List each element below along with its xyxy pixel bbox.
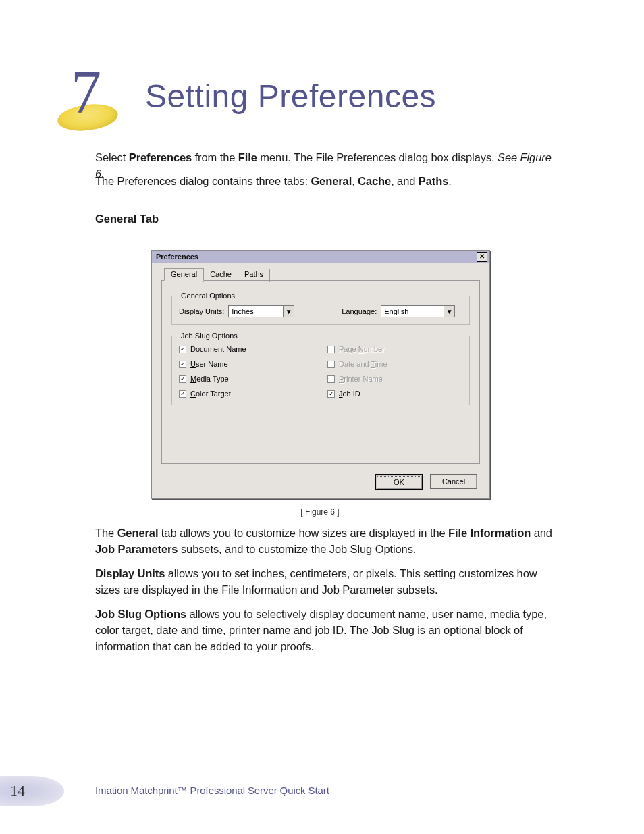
checkbox-media-type[interactable]: ✓ Media Type [179,375,314,383]
dialog-button-row: OK Cancel [152,474,489,498]
display-units-value: Inches [229,306,283,317]
checkbox-job-id[interactable]: ✓ Job ID [327,390,462,398]
language-dropdown[interactable]: English ▼ [381,305,455,317]
general-options-group: General Options Display Units: Inches ▼ … [171,292,470,325]
close-icon: ✕ [479,253,485,260]
tabs-row: General Cache Paths [152,263,489,281]
page-number: 14 [10,782,25,800]
checkbox-color-target[interactable]: ✓ Color Target [179,390,314,398]
checkbox-date-time[interactable]: Date and Time [327,360,462,368]
checkbox-page-number[interactable]: Page Number [327,345,462,353]
checkbox-box: ✓ [179,361,186,368]
ok-button[interactable]: OK [375,474,423,490]
display-units-label: Display Units: [179,307,224,315]
footer-text: Imation Matchprint™ Professional Server … [95,785,329,796]
language-value: English [381,306,444,317]
tab-general[interactable]: General [164,268,204,281]
checkbox-box: ✓ [327,390,335,398]
checkbox-user-name[interactable]: ✓ User Name [179,360,314,368]
language-label: Language: [342,307,377,315]
checkbox-box [327,361,335,368]
display-units-dropdown[interactable]: Inches ▼ [228,305,294,317]
chapter-title: Setting Preferences [145,78,436,115]
titlebar: Preferences ✕ [152,251,489,263]
general-tab-heading: General Tab [95,213,159,226]
preferences-dialog-figure: Preferences ✕ General Cache Paths Genera… [151,250,489,517]
checkbox-box: ✓ [179,346,186,353]
checkbox-box [327,346,335,353]
figure-caption: [ Figure 6 ] [151,507,489,517]
checkbox-box: ✓ [179,390,186,398]
close-button[interactable]: ✕ [477,252,487,262]
body-paragraph-5: Job Slug Options allows you to selective… [95,606,553,655]
chapter-number: 7 [71,62,101,123]
dropdown-arrow-icon: ▼ [444,306,454,317]
checkbox-box: ✓ [179,375,186,383]
checkbox-printer-name[interactable]: Printer Name [327,375,462,383]
page: 7 Setting Preferences Select Preferences… [0,0,644,834]
titlebar-title: Preferences [156,253,198,261]
dropdown-arrow-icon: ▼ [283,306,294,317]
preferences-dialog: Preferences ✕ General Cache Paths Genera… [151,250,490,499]
body-paragraph-4: Display Units allows you to set inches, … [95,566,553,598]
tab-panel-general: General Options Display Units: Inches ▼ … [161,280,480,464]
general-options-legend: General Options [179,292,237,300]
cancel-button[interactable]: Cancel [430,474,477,489]
job-slug-options-group: Job Slug Options ✓ Document Name Page Nu… [171,332,470,405]
checkbox-box [327,375,335,383]
checkbox-document-name[interactable]: ✓ Document Name [179,345,314,353]
intro-paragraph-2: The Preferences dialog contains three ta… [95,174,553,190]
body-paragraph-3: The General tab allows you to customize … [95,525,553,558]
job-slug-options-legend: Job Slug Options [179,332,240,340]
